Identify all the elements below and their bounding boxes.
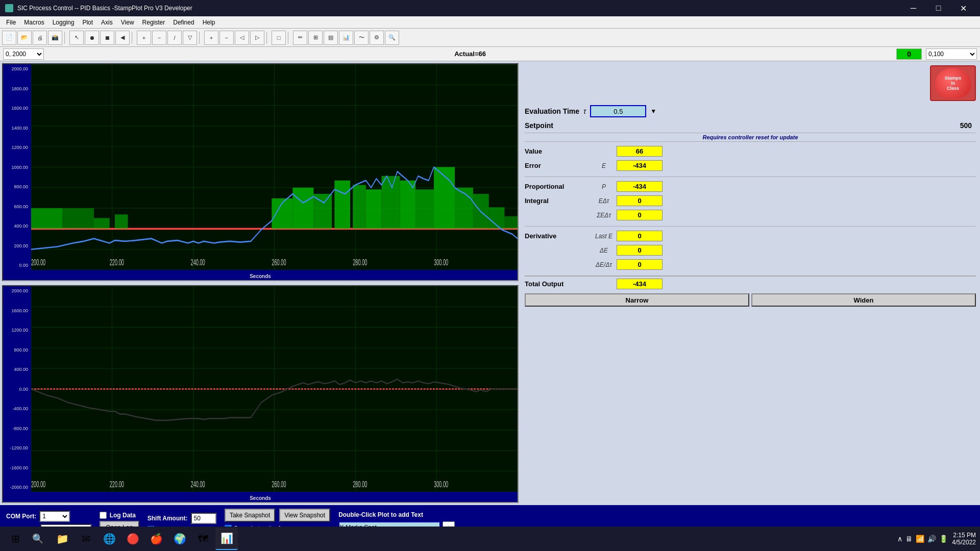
integral-value2: 0 <box>617 210 663 220</box>
tray-battery: 🔋 <box>939 535 948 543</box>
toolbar-plus[interactable]: + <box>137 31 151 45</box>
menu-plot[interactable]: Plot <box>78 18 97 27</box>
toolbar-plus2[interactable]: + <box>204 31 218 45</box>
windows-icon: ⊞ <box>11 533 20 545</box>
menu-register[interactable]: Register <box>138 18 169 27</box>
log-data-label: Log Data <box>110 512 136 519</box>
integral-sum-row: ΣEΔτ 0 <box>525 210 976 220</box>
y-label: 1200.00 <box>4 328 30 333</box>
menu-axis[interactable]: Axis <box>97 18 117 27</box>
divider2 <box>525 226 976 227</box>
toolbar: 📄 📂 🖨 📸 ↖ ⏺ ⏹ ◀ + − / ▽ + − ◁ ▷ □ ✏ ⊞ ▤ … <box>0 29 980 47</box>
chart2-container[interactable]: 2000.00 1600.00 1200.00 800.00 400.00 0.… <box>2 285 519 503</box>
chart1-y-labels: 2000.00 1800.00 1600.00 1400.00 1200.00 … <box>3 64 31 270</box>
charts-area: 2000.00 1800.00 1600.00 1400.00 1200.00 … <box>0 61 521 505</box>
toolbar-left[interactable]: ◁ <box>235 31 249 45</box>
svg-rect-32 <box>415 189 434 229</box>
menu-file[interactable]: File <box>2 18 20 27</box>
tray-network: 🖥 <box>905 535 913 543</box>
narrow-button[interactable]: Narrow <box>525 293 749 307</box>
chart1-plot[interactable]: 200.00 220.00 240.00 260.00 280.00 300.0… <box>31 64 518 270</box>
start-button[interactable]: ⊞ <box>4 528 27 550</box>
menu-view[interactable]: View <box>117 18 138 27</box>
toolbar-open[interactable]: 📂 <box>17 31 32 45</box>
range-select-left[interactable]: 0, 2000 <box>3 48 44 60</box>
shift-amount-row: Shift Amount: <box>148 513 216 524</box>
chart2-wrapper: 2000.00 1600.00 1200.00 800.00 400.00 0.… <box>3 286 518 502</box>
toolbar-chart[interactable]: 📊 <box>339 31 353 45</box>
close-button[interactable]: ✕ <box>952 0 975 16</box>
menu-logging[interactable]: Logging <box>48 18 79 27</box>
menu-defined[interactable]: Defined <box>169 18 198 27</box>
toolbar-table[interactable]: ▤ <box>324 31 338 45</box>
toolbar-stop[interactable]: ⏹ <box>100 31 114 45</box>
y-label: 1800.00 <box>4 86 30 91</box>
svg-rect-20 <box>31 208 62 229</box>
minimize-button[interactable]: ─ <box>902 0 925 16</box>
toolbar-rect[interactable]: □ <box>272 31 286 45</box>
derivative-row: Derivative Last E 0 <box>525 231 976 241</box>
svg-text:220.00: 220.00 <box>110 480 124 489</box>
menu-macros[interactable]: Macros <box>20 18 48 27</box>
toolbar-zoom[interactable]: 🔍 <box>385 31 399 45</box>
total-output-value: -434 <box>617 279 663 289</box>
y-label: 1200.00 <box>4 145 30 150</box>
taskbar-app-mail[interactable]: ✉ <box>75 528 97 550</box>
shift-amount-label: Shift Amount: <box>148 515 188 522</box>
taskbar-app-map[interactable]: 🗺 <box>192 528 214 550</box>
toolbar-print[interactable]: 🖨 <box>33 31 47 45</box>
take-snapshot-button[interactable]: Take Snapshot <box>225 509 275 522</box>
toolbar-screenshot[interactable]: 📸 <box>48 31 62 45</box>
tray-chevron[interactable]: ∧ <box>897 535 902 543</box>
y-label: 1600.00 <box>4 106 30 111</box>
shift-amount-input[interactable] <box>191 513 216 524</box>
taskbar-app-pid[interactable]: 📊 <box>215 528 238 550</box>
view-snapshot-button[interactable]: View Snapshot <box>279 509 330 522</box>
toolbar-settings2[interactable]: ⚙ <box>370 31 384 45</box>
tray-wifi: 📶 <box>916 535 924 543</box>
maximize-button[interactable]: □ <box>927 0 950 16</box>
svg-rect-29 <box>366 189 382 229</box>
toolbar-new[interactable]: 📄 <box>2 31 16 45</box>
value-display: 66 <box>617 146 663 157</box>
menu-help[interactable]: Help <box>199 18 219 27</box>
narrow-widen-row: Narrow Widen <box>525 293 976 307</box>
toolbar-record[interactable]: ⏺ <box>85 31 99 45</box>
eval-time-input[interactable] <box>590 105 646 117</box>
chart2-plot[interactable]: 200.00 220.00 240.00 260.00 280.00 300.0… <box>31 286 518 492</box>
taskbar-app-edge[interactable]: 🌍 <box>168 528 191 550</box>
divider1 <box>525 177 976 177</box>
svg-text:280.00: 280.00 <box>353 258 367 267</box>
y-label: 600.00 <box>4 204 30 209</box>
toolbar-wave[interactable]: 〜 <box>354 31 369 45</box>
dropdown-arrow[interactable]: ▼ <box>650 108 656 115</box>
taskbar-app-apple[interactable]: 🍎 <box>145 528 167 550</box>
taskbar-app-explorer[interactable]: 📁 <box>51 528 74 550</box>
toolbar-minus[interactable]: − <box>152 31 166 45</box>
toolbar-triangle[interactable]: ▽ <box>183 31 197 45</box>
search-button[interactable]: 🔍 <box>29 530 47 548</box>
toolbar-grid[interactable]: ⊞ <box>308 31 323 45</box>
app-icon <box>5 4 13 12</box>
value-bar: 0, 2000 Actual=66 0 0,100 <box>0 47 980 61</box>
com-port-select[interactable]: 1 <box>39 511 70 522</box>
range-select-right[interactable]: 0,100 <box>926 48 977 60</box>
chart1-container[interactable]: 2000.00 1800.00 1600.00 1400.00 1200.00 … <box>2 63 519 281</box>
y-label: 800.00 <box>4 347 30 353</box>
toolbar-pen[interactable]: ✏ <box>293 31 307 45</box>
system-tray: ∧ 🖥 📶 🔊 🔋 <box>897 535 948 543</box>
toolbar-right[interactable]: ▷ <box>250 31 264 45</box>
svg-rect-37 <box>504 216 518 229</box>
toolbar-slope[interactable]: / <box>167 31 182 45</box>
widen-button[interactable]: Widen <box>751 293 976 307</box>
tray-volume[interactable]: 🔊 <box>927 535 936 543</box>
taskbar-app-chrome[interactable]: 🌐 <box>98 528 120 550</box>
log-data-checkbox[interactable] <box>100 512 107 519</box>
svg-rect-23 <box>115 214 128 229</box>
sep2 <box>132 32 135 44</box>
toolbar-cursor[interactable]: ↖ <box>69 31 84 45</box>
taskbar-app-red[interactable]: 🔴 <box>121 528 144 550</box>
toolbar-minus2[interactable]: − <box>219 31 234 45</box>
y-label: 1600.00 <box>4 308 30 313</box>
toolbar-back[interactable]: ◀ <box>115 31 130 45</box>
